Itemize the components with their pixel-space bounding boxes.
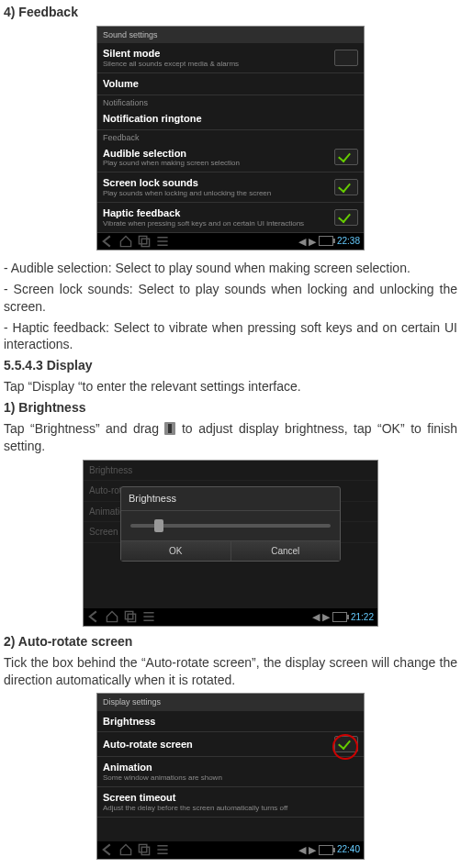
screenshot-brightness-dialog: Brightness Auto-rotate screen Animation … [84, 461, 377, 626]
row-subtitle: Adjust the delay before the screen autom… [103, 805, 358, 813]
row-title: Screen lock sounds [103, 176, 334, 190]
recent-icon[interactable] [138, 235, 151, 248]
cancel-button[interactable]: Cancel [230, 541, 341, 562]
settings-row-audible[interactable]: Audible selection Play sound when making… [97, 143, 364, 173]
svg-rect-1 [141, 239, 149, 246]
row-title: Haptic feedback [103, 206, 334, 220]
settings-row-autorotate[interactable]: Auto-rotate screen [97, 732, 364, 757]
settings-row-animation[interactable]: Animation Some window animations are sho… [97, 757, 364, 787]
checkbox-lock-sounds[interactable] [334, 179, 358, 195]
row-subtitle: Play sound when making screen selection [103, 160, 334, 168]
recent-icon[interactable] [138, 843, 151, 856]
settings-row-volume[interactable]: Volume [97, 73, 364, 95]
row-subtitle: Play sounds when locking and unlocking t… [103, 190, 334, 198]
settings-row-haptic[interactable]: Haptic feedback Vibrate when pressing so… [97, 203, 364, 233]
slider-thumb-icon [164, 422, 175, 435]
settings-row-lock-sounds[interactable]: Screen lock sounds Play sounds when lock… [97, 172, 364, 203]
home-icon[interactable] [106, 610, 118, 623]
vol-up-icon[interactable]: ▶ [309, 843, 315, 857]
para-audible: - Audible selection: Select to play soun… [4, 260, 457, 277]
battery-icon [319, 236, 333, 246]
home-icon[interactable] [119, 843, 132, 856]
menu-icon[interactable] [156, 235, 169, 248]
brightness-slider[interactable] [121, 511, 340, 540]
checkbox-haptic[interactable] [334, 209, 358, 226]
para-autorotate: Tick the box behind the “Auto-rotate scr… [4, 654, 457, 689]
battery-icon [332, 612, 347, 622]
row-title: Brightness [103, 715, 358, 729]
para-brightness: Tap “Brightness” and drag to adjust disp… [4, 420, 457, 455]
section-notifications: Notifications [97, 95, 364, 108]
vol-up-icon[interactable]: ▶ [322, 610, 329, 624]
home-icon[interactable] [119, 235, 132, 248]
checkbox-silent[interactable] [334, 50, 358, 66]
recent-icon[interactable] [124, 610, 137, 623]
row-title: Auto-rotate screen [103, 738, 334, 751]
back-icon[interactable] [101, 843, 114, 856]
row-title: Audible selection [103, 147, 334, 161]
screenshot-sound-settings: Sound settings Silent mode Silence all s… [97, 27, 364, 250]
row-subtitle: Some window animations are shown [103, 774, 358, 783]
svg-rect-2 [125, 612, 132, 619]
vol-down-icon[interactable]: ◀ [298, 235, 305, 249]
statusbar-clock: 22:40 [337, 843, 360, 856]
para-haptic: - Haptic feedback: Select to vibrate whe… [4, 319, 457, 354]
para-tap-display: Tap “Display “to enter the relevant sett… [4, 378, 457, 395]
heading-brightness: 1) Brightness [4, 399, 457, 417]
menu-icon[interactable] [156, 843, 169, 856]
modal-title: Brightness [121, 487, 340, 511]
back-icon[interactable] [101, 235, 114, 248]
screenshot-titlebar: Display settings [97, 694, 364, 710]
heading-display: 5.5.4.3 Display [4, 357, 457, 374]
svg-rect-3 [128, 615, 135, 622]
row-subtitle: Silence all sounds except media & alarms [103, 61, 334, 69]
row-title: Screen timeout [103, 791, 358, 805]
statusbar-clock: 22:38 [337, 235, 360, 248]
row-subtitle: Vibrate when pressing soft keys and on c… [103, 220, 334, 228]
menu-icon[interactable] [142, 610, 155, 623]
row-title: Animation [103, 761, 358, 774]
battery-icon [319, 845, 333, 855]
section-feedback: Feedback [97, 130, 364, 143]
para-brightness-pre: Tap “Brightness” and drag [4, 421, 164, 436]
heading-feedback: 4) Feedback [4, 4, 457, 21]
para-lock: - Screen lock sounds: Select to play sou… [4, 281, 457, 316]
settings-row-notif-ringtone[interactable]: Notification ringtone [97, 108, 364, 130]
ok-button[interactable]: OK [121, 541, 230, 562]
android-statusbar: ◀ ▶ 22:40 [97, 841, 364, 859]
vol-down-icon[interactable]: ◀ [298, 843, 305, 857]
dim-row: Brightness [84, 461, 377, 482]
brightness-modal: Brightness OK Cancel [120, 486, 341, 562]
row-title: Volume [103, 77, 358, 91]
row-title: Notification ringtone [103, 112, 358, 126]
screenshot-display-settings: Display settings Brightness Auto-rotate … [97, 694, 364, 858]
svg-rect-4 [139, 845, 146, 852]
statusbar-clock: 21:22 [351, 611, 374, 624]
svg-rect-0 [139, 236, 146, 243]
back-icon[interactable] [87, 610, 100, 623]
checkbox-audible[interactable] [334, 149, 358, 165]
settings-row-brightness[interactable]: Brightness [97, 711, 364, 733]
slider-thumb-icon[interactable] [154, 519, 163, 532]
settings-row-timeout[interactable]: Screen timeout Adjust the delay before t… [97, 787, 364, 818]
vol-up-icon[interactable]: ▶ [309, 235, 315, 249]
android-statusbar: ◀ ▶ 22:38 [97, 233, 364, 250]
heading-autorotate: 2) Auto-rotate screen [4, 633, 457, 651]
row-title: Silent mode [103, 47, 334, 61]
screenshot-titlebar: Sound settings [97, 27, 364, 43]
settings-row-silent[interactable]: Silent mode Silence all sounds except me… [97, 43, 364, 73]
android-statusbar: ◀ ▶ 21:22 [84, 608, 377, 626]
svg-rect-5 [141, 847, 149, 854]
vol-down-icon[interactable]: ◀ [312, 610, 319, 624]
